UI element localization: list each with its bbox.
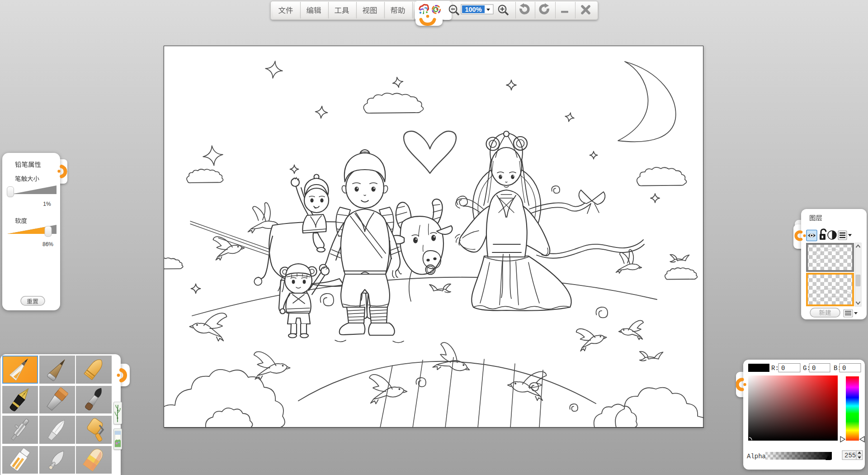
svg-text:1%: 1% [43,201,51,207]
svg-text:0: 0 [812,365,816,372]
svg-text:Alpha: Alpha [747,453,766,460]
svg-text:255: 255 [844,452,856,459]
svg-text:0: 0 [781,365,785,372]
svg-text:0: 0 [842,365,846,372]
svg-text:R:: R: [771,365,779,372]
svg-text:86%: 86% [42,241,53,247]
svg-text:100%: 100% [465,6,481,13]
